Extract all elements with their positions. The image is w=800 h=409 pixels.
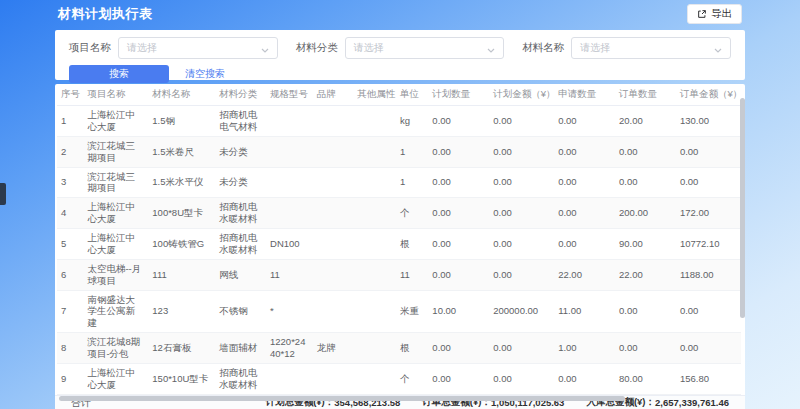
table-cell: 上海松江中心大厦 bbox=[83, 198, 148, 229]
table-cell: 0.00 bbox=[489, 167, 554, 198]
table-cell: 123 bbox=[148, 290, 215, 333]
table-cell bbox=[353, 229, 396, 260]
table-cell: 0.00 bbox=[428, 198, 489, 229]
table-cell: 0.00 bbox=[489, 229, 554, 260]
table-cell: 200.00 bbox=[615, 198, 676, 229]
column-header: 项目名称 bbox=[83, 84, 148, 106]
search-button[interactable]: 搜索 bbox=[69, 65, 169, 83]
chevron-down-icon bbox=[714, 39, 722, 57]
table-cell: 0.00 bbox=[489, 198, 554, 229]
table-cell: 0.00 bbox=[554, 136, 615, 167]
column-header: 申请数量 bbox=[554, 84, 615, 106]
table-cell bbox=[353, 106, 396, 137]
table-cell bbox=[266, 106, 313, 137]
table-cell: 0.00 bbox=[489, 136, 554, 167]
material-name-label: 材料名称 bbox=[522, 41, 564, 55]
material-name-select[interactable]: 请选择 bbox=[571, 37, 731, 59]
table-cell: 1 bbox=[396, 136, 428, 167]
vertical-scrollbar[interactable] bbox=[740, 98, 745, 318]
horizontal-scrollbar[interactable] bbox=[59, 396, 625, 401]
table-cell: 130.00 bbox=[676, 106, 741, 137]
table-cell: 太空电梯--月球项目 bbox=[83, 259, 148, 290]
table-cell: 111 bbox=[148, 259, 215, 290]
page-title: 材料计划执行表 bbox=[58, 5, 153, 23]
filter-category: 材料分类 请选择 bbox=[296, 37, 505, 59]
table-cell bbox=[313, 136, 354, 167]
table-cell: 墙面辅材 bbox=[215, 333, 266, 364]
table-cell: 20.00 bbox=[615, 106, 676, 137]
table-cell: 1.00 bbox=[554, 333, 615, 364]
table-cell: 0.00 bbox=[489, 106, 554, 137]
table-cell: 0.00 bbox=[428, 167, 489, 198]
table-cell: 0.00 bbox=[489, 333, 554, 364]
table-cell: 10772.10 bbox=[676, 229, 741, 260]
table-cell: 0.00 bbox=[615, 136, 676, 167]
table-cell: 11 bbox=[396, 259, 428, 290]
table-cell bbox=[313, 106, 354, 137]
chevron-down-icon bbox=[261, 39, 269, 57]
table-row: 7南钢盛达大学生公寓新建123不锈钢*米重10.00200000.0011.00… bbox=[57, 290, 741, 333]
table-cell bbox=[266, 198, 313, 229]
topbar: 材料计划执行表 导出 bbox=[0, 0, 800, 28]
table-cell: 1 bbox=[396, 167, 428, 198]
column-header: 计划数量 bbox=[428, 84, 489, 106]
filter-project: 项目名称 请选择 bbox=[69, 37, 278, 59]
table-cell: 根 bbox=[396, 333, 428, 364]
table-cell bbox=[313, 229, 354, 260]
table-cell: kg bbox=[396, 106, 428, 137]
table-row: 5上海松江中心大厦100铸铁管G招商机电 水暖材料DN100根0.000.000… bbox=[57, 229, 741, 260]
table-cell: 7 bbox=[57, 290, 83, 333]
table-cell: 4 bbox=[57, 198, 83, 229]
table-cell: 0.00 bbox=[615, 333, 676, 364]
table-cell: 80.00 bbox=[615, 363, 676, 394]
material-plan-table: 序号项目名称材料名称材料分类规格型号品牌其他属性单位计划数量计划金额（¥）申请数… bbox=[57, 84, 741, 395]
export-button[interactable]: 导出 bbox=[687, 4, 742, 24]
table-wrap: 序号项目名称材料名称材料分类规格型号品牌其他属性单位计划数量计划金额（¥）申请数… bbox=[55, 84, 745, 395]
table-cell: 100铸铁管G bbox=[148, 229, 215, 260]
export-button-label: 导出 bbox=[711, 7, 732, 21]
project-name-select[interactable]: 请选择 bbox=[118, 37, 278, 59]
column-header: 材料名称 bbox=[148, 84, 215, 106]
sidebar-collapsed-tab[interactable] bbox=[0, 183, 6, 205]
table-cell bbox=[353, 333, 396, 364]
project-name-placeholder: 请选择 bbox=[127, 41, 261, 55]
table-cell bbox=[313, 290, 354, 333]
table-cell: 1188.00 bbox=[676, 259, 741, 290]
table-cell bbox=[353, 167, 396, 198]
table-cell: 8 bbox=[57, 333, 83, 364]
table-cell: 0.00 bbox=[615, 290, 676, 333]
table-cell: 5 bbox=[57, 229, 83, 260]
table-cell: 未分类 bbox=[215, 136, 266, 167]
table-cell: 招商机电 电气材料 bbox=[215, 106, 266, 137]
table-cell: 南钢盛达大学生公寓新建 bbox=[83, 290, 148, 333]
table-cell: 上海松江中心大厦 bbox=[83, 229, 148, 260]
table-cell: 0.00 bbox=[676, 290, 741, 333]
table-cell: 9 bbox=[57, 363, 83, 394]
table-cell: 0.00 bbox=[554, 363, 615, 394]
column-header: 订单数量 bbox=[615, 84, 676, 106]
table-cell: 0.00 bbox=[615, 167, 676, 198]
clear-search-button[interactable]: 清空搜索 bbox=[185, 67, 225, 81]
page: { "header": { "title": "材料计划执行表", "expor… bbox=[0, 0, 800, 409]
table-cell: 个 bbox=[396, 198, 428, 229]
column-header: 规格型号 bbox=[266, 84, 313, 106]
column-header: 计划金额（¥） bbox=[489, 84, 554, 106]
table-cell: 招商机电 水暖材料 bbox=[215, 363, 266, 394]
table-cell: 个 bbox=[396, 363, 428, 394]
table-cell: 11.00 bbox=[554, 290, 615, 333]
table-cell: 0.00 bbox=[554, 198, 615, 229]
table-cell: 100*8U型卡 bbox=[148, 198, 215, 229]
table-cell: 0.00 bbox=[489, 259, 554, 290]
table-cell: 0.00 bbox=[676, 136, 741, 167]
table-cell: 0.00 bbox=[428, 229, 489, 260]
table-cell: 1.5钢 bbox=[148, 106, 215, 137]
material-category-select[interactable]: 请选择 bbox=[345, 37, 505, 59]
table-cell: 0.00 bbox=[489, 363, 554, 394]
table-cell: 2 bbox=[57, 136, 83, 167]
table-cell: 招商机电 水暖材料 bbox=[215, 229, 266, 260]
column-header: 材料分类 bbox=[215, 84, 266, 106]
table-row: 6太空电梯--月球项目111网线11110.000.0022.0022.0011… bbox=[57, 259, 741, 290]
table-cell: 0.00 bbox=[676, 167, 741, 198]
table-cell: 11 bbox=[266, 259, 313, 290]
column-header: 品牌 bbox=[313, 84, 354, 106]
